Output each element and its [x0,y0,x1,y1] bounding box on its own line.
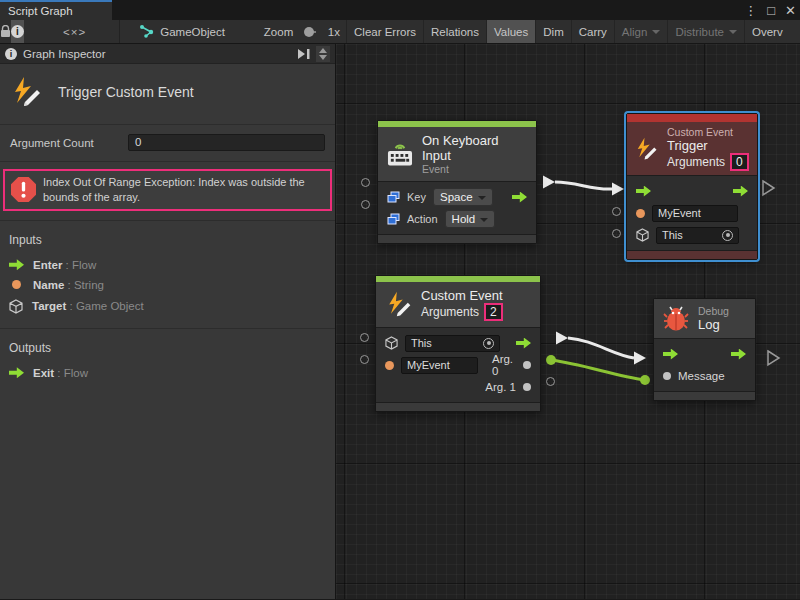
values-label: Values [494,26,528,38]
clear-errors-button[interactable]: Clear Errors [346,20,423,43]
flow-output-port[interactable] [731,349,746,360]
object-picker-icon[interactable] [722,230,733,241]
align-button[interactable]: Align [614,20,668,43]
inspector-header: i Graph Inspector [0,44,335,64]
input-port[interactable] [361,178,370,187]
target-row: This [376,332,540,354]
inspector-toggle-button[interactable]: i [11,20,24,43]
string-port[interactable] [636,209,645,218]
key-dropdown[interactable]: Space [433,188,493,206]
zoom-slider[interactable] [305,31,316,33]
wire-arg0-to-message[interactable] [551,360,645,380]
target-row: This [627,224,757,246]
maximize-icon[interactable]: □ [767,4,775,17]
arg1-output-port[interactable] [523,383,531,391]
node-trigger-custom-event[interactable]: Custom Event Trigger Arguments 0 MyEvent [626,113,758,260]
message-row: Message [654,365,755,387]
target-field[interactable]: This [405,335,500,352]
carry-button[interactable]: Carry [571,20,614,43]
unit-title: Trigger Custom Event [58,84,194,100]
arguments-label: Arguments [421,305,479,319]
carry-label: Carry [579,26,607,38]
overview-button[interactable]: Overv [744,20,800,43]
inputs-section: Inputs Enter : Flow Name : String Target… [0,220,335,328]
values-button[interactable]: Values [486,20,535,43]
unit-title-block: Trigger Custom Event [0,64,335,125]
argument-count-label: Argument Count [10,137,128,149]
node-category: Debug [698,305,729,317]
flow-input-port[interactable] [636,186,651,197]
align-label: Align [622,26,648,38]
node-title: On Keyboard Input [422,133,527,163]
flow-continue-icon[interactable] [763,181,774,195]
node-custom-event[interactable]: Custom Event Arguments 2 This [375,275,541,412]
argument-count-input[interactable]: 0 [128,134,325,151]
wire-keyboard-to-trigger[interactable] [555,182,612,189]
panel-stepper[interactable] [316,46,330,62]
cube-icon [385,336,398,350]
zoom-value: 1x [322,20,346,43]
chevron-down-icon [478,196,486,200]
flow-continue-icon[interactable] [768,351,779,365]
input-port[interactable] [361,200,370,209]
info-icon: i [5,48,17,60]
graph-target-button[interactable]: GameObject [133,20,232,43]
action-row: Action Hold [378,208,536,230]
input-port[interactable] [612,207,621,216]
input-port[interactable] [612,229,621,238]
lock-icon [0,25,11,38]
node-header: Custom Event Arguments 2 [376,282,540,328]
input-port[interactable] [360,355,369,364]
input-port[interactable] [360,333,369,342]
arguments-count-box[interactable]: 0 [730,153,749,171]
port-name: Exit [33,367,54,379]
cube-icon [636,228,649,242]
relations-button[interactable]: Relations [423,20,486,43]
node-debug-log[interactable]: Debug Log Message [653,298,756,401]
menu-icon[interactable]: ⋮ [744,4,757,17]
port-name: Target [32,300,66,312]
port-type: : Game Object [70,300,144,312]
object-picker-icon[interactable] [483,338,494,349]
cube-icon [9,299,23,314]
wire-event-to-debug[interactable] [568,338,634,358]
tab-script-graph[interactable]: Script Graph [0,0,112,20]
preview-code-button[interactable]: <×> [56,20,93,43]
arguments-count-box[interactable]: 2 [484,303,503,321]
inspector-title: Graph Inspector [23,48,105,60]
toolbar: i <×> GameObject Zoom 1x Clear Errors Re… [0,20,800,44]
action-dropdown[interactable]: Hold [445,210,496,228]
target-field[interactable]: This [656,227,739,244]
close-icon[interactable]: ✕ [785,4,796,17]
node-body: This MyEvent Arg. 0 Arg. 1 [376,328,540,402]
zoom-slider-handle[interactable] [304,27,314,37]
event-band [627,114,757,122]
dock-icon[interactable] [298,49,310,59]
arg0-output-port[interactable] [523,361,531,369]
dim-label: Dim [543,26,563,38]
distribute-button[interactable]: Distribute [667,20,744,43]
port-type: : Flow [66,259,97,271]
node-on-keyboard-input[interactable]: On Keyboard Input Event Key Space [377,120,537,244]
graph-canvas[interactable]: On Keyboard Input Event Key Space [336,44,800,599]
lock-button[interactable] [0,20,11,43]
port-type: : String [68,279,104,291]
event-name-input[interactable]: MyEvent [401,357,478,374]
error-message-box: Index Out Of Range Exception: Index was … [3,169,332,211]
node-category: Custom Event [667,126,749,138]
flow-output-port[interactable] [733,186,748,197]
flow-output-port[interactable] [516,338,531,349]
string-port[interactable] [385,361,394,370]
string-port-icon [12,280,21,289]
event-name-input[interactable]: MyEvent [652,205,738,222]
dim-button[interactable]: Dim [535,20,570,43]
flow-output-port[interactable] [512,192,527,203]
graph-target-label: GameObject [160,26,225,38]
bug-icon [663,306,689,332]
chevron-down-icon [729,30,737,34]
flow-input-port[interactable] [663,349,678,360]
message-input-port[interactable] [663,372,671,380]
clear-errors-label: Clear Errors [354,26,416,38]
output-port[interactable] [546,377,555,386]
error-message-text: Index Out Of Range Exception: Index was … [43,175,324,205]
